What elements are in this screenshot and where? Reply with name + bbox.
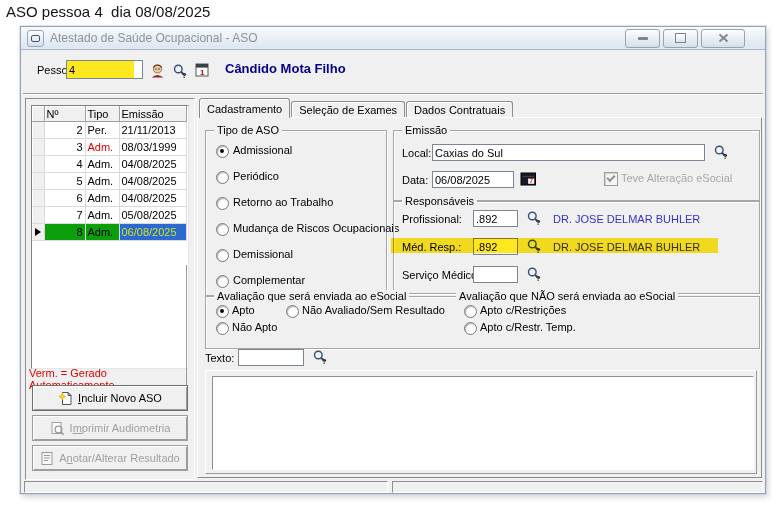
tab-selecao-de-exames[interactable]: Seleção de Exames — [291, 101, 405, 117]
svg-text:?: ? — [182, 71, 187, 79]
profissional-name: DR. JOSE DELMAR BUHLER — [553, 213, 700, 226]
anotar-alterar-resultado-button: Anotar/Alterar Resultado — [32, 445, 188, 471]
print-preview-icon — [50, 421, 65, 436]
window-titlebar[interactable]: Atestado de Saúde Ocupacional - ASO — [21, 27, 765, 50]
window-title: Atestado de Saúde Ocupacional - ASO — [50, 31, 257, 45]
radio-icon — [464, 322, 477, 335]
radio-icon — [286, 305, 299, 318]
svg-text:?: ? — [536, 218, 541, 226]
radio-label: Admissional — [233, 144, 292, 157]
person-toolbar: Pessoa: ? 1 Cândido Mota — [23, 51, 763, 94]
teve-alteracao-esocial-label: Teve Alteração eSocial — [621, 172, 732, 185]
profissional-lookup-icon[interactable]: ? — [526, 210, 543, 227]
minimize-icon — [638, 37, 648, 40]
calendar-icon[interactable]: 1 — [194, 62, 211, 79]
tab-label: Cadastramento — [207, 103, 282, 115]
memo-textarea[interactable] — [212, 376, 754, 470]
table-row[interactable]: 4Adm.04/08/2025 — [32, 156, 186, 173]
radio-icon — [216, 249, 229, 262]
svg-text:?: ? — [536, 274, 541, 282]
local-lookup-icon[interactable]: ? — [713, 144, 730, 161]
med-resp-input[interactable] — [473, 238, 518, 255]
radio-label: Periódico — [233, 170, 279, 183]
med-resp-label: Méd. Resp.: — [402, 241, 461, 254]
col-num: Nº — [44, 106, 85, 122]
med-resp-name: DR. JOSE DELMAR BUHLER — [553, 241, 700, 254]
status-bar-left — [24, 481, 388, 493]
aso-list-panel: Nº Tipo Emissão 2Per.21/11/2013 3Adm.08/… — [25, 98, 195, 480]
local-label: Local: — [402, 147, 431, 160]
aso-grid[interactable]: Nº Tipo Emissão 2Per.21/11/2013 3Adm.08/… — [31, 105, 189, 369]
group-title: Emissão — [402, 124, 450, 136]
close-button[interactable] — [701, 29, 745, 48]
selector-header — [32, 106, 44, 122]
servico-medico-input[interactable] — [473, 266, 518, 283]
data-input[interactable] — [432, 171, 514, 188]
radio-label: Apto c/Restr. Temp. — [480, 321, 576, 334]
radio-icon — [216, 197, 229, 210]
responsaveis-group: Responsáveis Profissional: ? DR. JOSE DE… — [393, 201, 760, 294]
grid-header-row: Nº Tipo Emissão — [32, 106, 186, 122]
servico-medico-lookup-icon[interactable]: ? — [526, 266, 543, 283]
table-row[interactable]: 6Adm.04/08/2025 — [32, 190, 186, 207]
page-title: ASO pessoa 4 dia 08/08/2025 — [6, 3, 210, 20]
close-icon — [718, 33, 729, 43]
texto-input[interactable] — [238, 349, 304, 366]
maximize-button[interactable] — [663, 29, 698, 48]
radio-icon — [216, 171, 229, 184]
avaliacao-group: Avaliação que será enviada ao eSocial Av… — [205, 296, 760, 349]
incluir-novo-aso-button[interactable]: Incluir Novo ASO — [32, 385, 188, 411]
radio-label: Mudança de Riscos Ocupacionais — [233, 222, 399, 235]
tab-strip: Cadastramento Seleção de Exames Dados Co… — [199, 98, 513, 117]
table-row[interactable]: 8Adm.06/08/2025 — [32, 224, 186, 241]
table-row[interactable]: 2Per.21/11/2013 — [32, 122, 186, 139]
texto-lookup-icon[interactable]: ? — [312, 349, 329, 366]
table-row[interactable]: 3Adm.08/03/1999 — [32, 139, 186, 156]
col-emissao: Emissão — [119, 106, 186, 122]
person-icon[interactable] — [149, 62, 166, 79]
radio-icon — [216, 275, 229, 288]
data-label: Data: — [402, 174, 428, 187]
date-picker-icon[interactable]: 7 — [520, 171, 537, 188]
status-bar-right — [392, 481, 763, 493]
tab-label: Seleção de Exames — [299, 104, 397, 116]
svg-text:1: 1 — [200, 68, 205, 77]
tab-cadastramento[interactable]: Cadastramento — [199, 98, 290, 118]
avaliacao-enviada-title: Avaliação que será enviada ao eSocial — [214, 290, 409, 302]
avaliacao-nao-enviada-title: Avaliação que NÃO será enviada ao eSocia… — [456, 290, 678, 302]
search-person-icon[interactable]: ? — [172, 63, 189, 80]
svg-text:?: ? — [723, 152, 728, 160]
texto-label: Texto: — [205, 352, 234, 365]
table-row[interactable]: 7Adm.05/08/2025 — [32, 207, 186, 224]
radio-icon — [216, 145, 229, 158]
radio-icon — [216, 305, 229, 318]
minimize-button[interactable] — [625, 29, 660, 48]
table-row[interactable]: 5Adm.04/08/2025 — [32, 173, 186, 190]
person-input[interactable] — [66, 60, 143, 79]
radio-label: Apto c/Restrições — [480, 304, 566, 317]
svg-text:7: 7 — [529, 177, 533, 184]
new-document-icon — [58, 391, 73, 406]
person-name: Cândido Mota Filho — [225, 62, 346, 75]
radio-label: Apto — [232, 304, 255, 317]
row-pointer-icon — [35, 228, 41, 236]
radio-icon — [216, 223, 229, 236]
radio-icon — [216, 322, 229, 335]
local-input[interactable] — [432, 144, 705, 161]
group-title: Tipo de ASO — [214, 124, 282, 136]
edit-result-icon — [40, 451, 54, 466]
button-label: Imprimir Audiometria — [70, 422, 171, 434]
imprimir-audiometria-button: Imprimir Audiometria — [32, 415, 188, 441]
tab-control: Cadastramento Seleção de Exames Dados Co… — [197, 98, 762, 478]
button-label: Anotar/Alterar Resultado — [59, 452, 179, 464]
radio-label: Complementar — [233, 274, 305, 287]
maximize-icon — [675, 33, 686, 43]
profissional-input[interactable] — [473, 210, 518, 227]
emissao-group: Emissão Local: ? Data: — [393, 130, 760, 201]
radio-label: Retorno ao Trabalho — [233, 196, 333, 209]
col-tipo: Tipo — [85, 106, 119, 122]
med-resp-lookup-icon[interactable]: ? — [526, 238, 543, 255]
radio-icon — [464, 305, 477, 318]
tab-dados-contratuais[interactable]: Dados Contratuais — [406, 101, 513, 117]
button-label: Incluir Novo ASO — [78, 392, 162, 404]
